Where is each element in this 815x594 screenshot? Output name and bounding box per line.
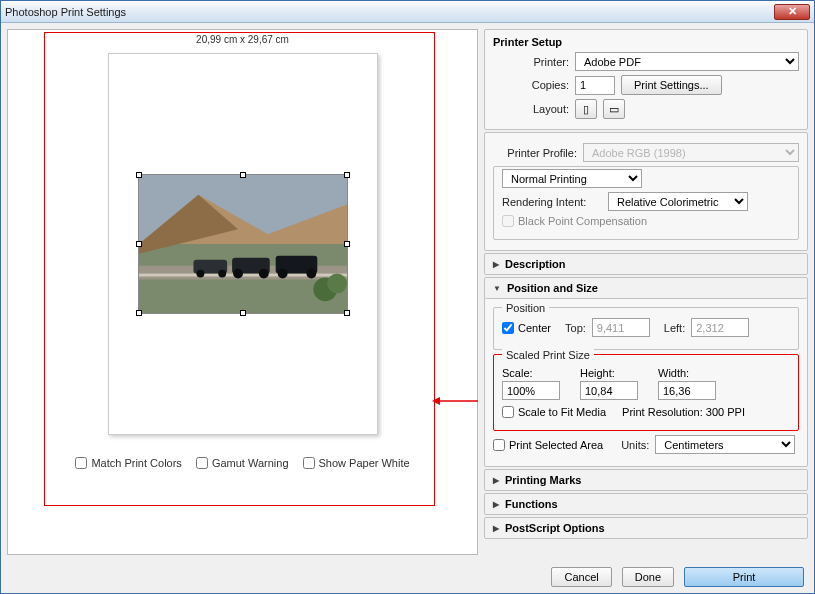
scale-to-fit-checkbox[interactable]: Scale to Fit Media (502, 406, 606, 418)
landscape-icon: ▭ (609, 103, 619, 116)
print-resolution-text: Print Resolution: 300 PPI (622, 406, 745, 418)
resize-handle[interactable] (344, 310, 350, 316)
black-point-checkbox: Black Point Compensation (502, 215, 647, 227)
postscript-header[interactable]: ▶ PostScript Options (484, 517, 808, 539)
copies-label: Copies: (493, 79, 569, 91)
layout-portrait-button[interactable]: ▯ (575, 99, 597, 119)
width-input[interactable] (658, 381, 716, 400)
printing-marks-header[interactable]: ▶ Printing Marks (484, 469, 808, 491)
match-print-colors-checkbox[interactable]: Match Print Colors (75, 457, 181, 469)
svg-point-12 (258, 269, 268, 279)
chevron-down-icon: ▼ (493, 284, 501, 293)
landscape-photo-icon (139, 175, 347, 313)
left-input (691, 318, 749, 337)
rendering-intent-select[interactable]: Relative Colorimetric (608, 192, 748, 211)
resize-handle[interactable] (240, 172, 246, 178)
layout-landscape-button[interactable]: ▭ (603, 99, 625, 119)
center-checkbox[interactable]: Center (502, 322, 551, 334)
svg-point-14 (306, 269, 316, 279)
units-label: Units: (621, 439, 649, 451)
position-legend: Position (502, 302, 549, 314)
position-size-panel: ▼ Position and Size Position Center Top:… (484, 277, 808, 467)
titlebar: Photoshop Print Settings ✕ (1, 1, 814, 23)
portrait-icon: ▯ (583, 103, 589, 116)
show-paper-white-checkbox[interactable]: Show Paper White (303, 457, 410, 469)
svg-point-13 (277, 269, 287, 279)
chevron-right-icon: ▶ (493, 476, 499, 485)
description-section-header[interactable]: ▶ Description (484, 253, 808, 275)
printer-profile-label: Printer Profile: (493, 147, 577, 159)
scale-label: Scale: (502, 367, 560, 379)
rendering-intent-label: Rendering Intent: (502, 196, 602, 208)
done-button[interactable]: Done (622, 567, 674, 587)
svg-point-9 (196, 270, 204, 278)
printer-profile-select: Adobe RGB (1998) (583, 143, 799, 162)
dialog-footer: Cancel Done Print (1, 561, 814, 593)
preview-options: Match Print Colors Gamut Warning Show Pa… (75, 457, 409, 469)
chevron-right-icon: ▶ (493, 500, 499, 509)
left-label: Left: (664, 322, 685, 334)
print-button[interactable]: Print (684, 567, 804, 587)
position-group: Position Center Top: Left: (493, 307, 799, 350)
units-select[interactable]: Centimeters (655, 435, 795, 454)
printer-label: Printer: (493, 56, 569, 68)
top-input (592, 318, 650, 337)
svg-point-11 (233, 269, 243, 279)
print-settings-button[interactable]: Print Settings... (621, 75, 722, 95)
gamut-warning-checkbox[interactable]: Gamut Warning (196, 457, 289, 469)
svg-point-10 (218, 270, 226, 278)
print-selected-area-checkbox[interactable]: Print Selected Area (493, 439, 603, 451)
resize-handle[interactable] (344, 172, 350, 178)
preview-pane: 20,99 cm x 29,67 cm (7, 29, 478, 555)
resize-handle[interactable] (240, 310, 246, 316)
printer-setup-title: Printer Setup (493, 36, 799, 48)
resize-handle[interactable] (136, 310, 142, 316)
resize-handle[interactable] (344, 241, 350, 247)
width-label: Width: (658, 367, 716, 379)
close-icon: ✕ (788, 5, 797, 18)
printer-setup-panel: Printer Setup Printer: Adobe PDF Copies:… (484, 29, 808, 130)
scaled-print-size-group: Scaled Print Size Scale: Height: (493, 354, 799, 431)
cancel-button[interactable]: Cancel (551, 567, 611, 587)
printer-select[interactable]: Adobe PDF (575, 52, 799, 71)
image-preview[interactable] (138, 174, 348, 314)
resize-handle[interactable] (136, 172, 142, 178)
settings-pane: Printer Setup Printer: Adobe PDF Copies:… (484, 29, 808, 555)
chevron-right-icon: ▶ (493, 260, 499, 269)
height-label: Height: (580, 367, 638, 379)
chevron-right-icon: ▶ (493, 524, 499, 533)
copies-input[interactable] (575, 76, 615, 95)
top-label: Top: (565, 322, 586, 334)
resize-handle[interactable] (136, 241, 142, 247)
position-size-header[interactable]: ▼ Position and Size (485, 278, 807, 299)
functions-header[interactable]: ▶ Functions (484, 493, 808, 515)
page-dimensions: 20,99 cm x 29,67 cm (196, 34, 289, 45)
close-button[interactable]: ✕ (774, 4, 810, 20)
scale-input[interactable] (502, 381, 560, 400)
height-input[interactable] (580, 381, 638, 400)
layout-label: Layout: (493, 103, 569, 115)
scaled-print-size-legend: Scaled Print Size (502, 349, 594, 361)
print-settings-window: Photoshop Print Settings ✕ 20,99 cm x 29… (0, 0, 815, 594)
rendering-group: Normal Printing Rendering Intent: Relati… (493, 166, 799, 240)
paper-preview (108, 53, 378, 435)
svg-point-16 (327, 274, 347, 294)
color-management-panel: Printer Profile: Adobe RGB (1998) Normal… (484, 132, 808, 251)
printing-mode-select[interactable]: Normal Printing (502, 169, 642, 188)
window-title: Photoshop Print Settings (5, 6, 126, 18)
